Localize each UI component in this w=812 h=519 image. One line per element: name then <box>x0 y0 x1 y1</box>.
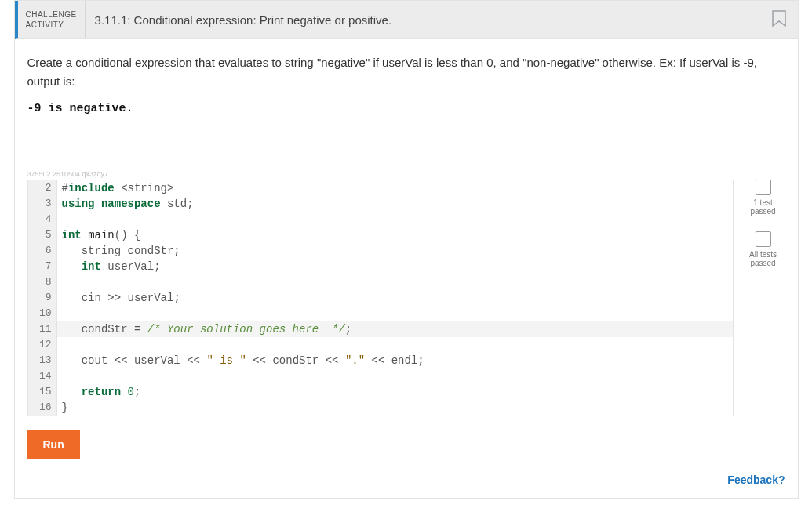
code-line[interactable]: 5int main() { <box>28 227 733 243</box>
code-line[interactable]: 4 <box>28 212 733 227</box>
line-number: 16 <box>28 400 57 416</box>
code-content[interactable]: } <box>57 400 733 416</box>
code-content[interactable]: return 0; <box>57 384 733 400</box>
badge-line1: CHALLENGE <box>26 9 77 20</box>
code-line[interactable]: 10 <box>28 306 733 321</box>
one-test-checkbox-icon <box>756 180 771 195</box>
line-number: 10 <box>28 306 57 321</box>
instructions-text: Create a conditional expression that eva… <box>27 53 765 91</box>
code-content[interactable] <box>57 306 733 321</box>
code-line[interactable]: 2#include <string> <box>28 180 733 196</box>
code-content[interactable]: int main() { <box>57 227 733 243</box>
example-output: -9 is negative. <box>27 102 785 115</box>
line-number: 9 <box>28 290 57 306</box>
card-body: Create a conditional expression that eva… <box>15 39 798 498</box>
code-content[interactable]: int userVal; <box>57 259 733 274</box>
line-number: 4 <box>28 212 57 227</box>
code-line[interactable]: 16} <box>28 400 733 416</box>
code-content[interactable]: condStr = /* Your solution goes here */; <box>57 321 733 337</box>
code-content[interactable]: string condStr; <box>57 243 733 259</box>
code-content[interactable] <box>57 337 733 353</box>
line-number: 11 <box>28 321 57 337</box>
code-editor[interactable]: 2#include <string>3using namespace std;4… <box>27 180 734 416</box>
code-line[interactable]: 14 <box>28 368 733 384</box>
test-status-panel: 1 test passed All tests passed <box>741 180 785 283</box>
code-line[interactable]: 12 <box>28 337 733 353</box>
line-number: 5 <box>28 227 57 243</box>
code-line[interactable]: 13 cout << userVal << " is " << condStr … <box>28 353 733 368</box>
line-number: 2 <box>28 180 57 196</box>
code-content[interactable] <box>57 368 733 384</box>
one-test-label1: 1 test <box>741 198 785 207</box>
one-test-label2: passed <box>741 207 785 216</box>
editor-area: 2#include <string>3using namespace std;4… <box>27 180 785 416</box>
feedback-area: Feedback? <box>27 473 785 487</box>
code-content[interactable]: #include <string> <box>57 180 733 196</box>
line-number: 13 <box>28 353 57 368</box>
code-line[interactable]: 15 return 0; <box>28 384 733 400</box>
line-number: 12 <box>28 337 57 353</box>
code-content[interactable] <box>57 274 733 290</box>
challenge-badge: CHALLENGE ACTIVITY <box>18 1 86 38</box>
all-tests-label1: All tests <box>741 250 785 259</box>
code-content[interactable] <box>57 212 733 227</box>
code-line[interactable]: 8 <box>28 274 733 290</box>
bookmark-icon <box>771 10 787 29</box>
code-line[interactable]: 6 string condStr; <box>28 243 733 259</box>
all-tests-label2: passed <box>741 259 785 267</box>
badge-line2: ACTIVITY <box>26 20 77 30</box>
all-tests-checkbox-icon <box>756 231 771 247</box>
line-number: 14 <box>28 368 57 384</box>
run-button[interactable]: Run <box>27 430 80 459</box>
line-number: 3 <box>28 196 57 212</box>
all-tests-status: All tests passed <box>741 231 785 267</box>
line-number: 15 <box>28 384 57 400</box>
line-number: 6 <box>28 243 57 259</box>
feedback-link[interactable]: Feedback? <box>727 474 785 486</box>
code-line[interactable]: 3using namespace std; <box>28 196 733 212</box>
challenge-title: 3.11.1: Conditional expression: Print ne… <box>86 1 760 38</box>
card-header: CHALLENGE ACTIVITY 3.11.1: Conditional e… <box>15 1 798 39</box>
code-line[interactable]: 7 int userVal; <box>28 259 733 274</box>
one-test-status: 1 test passed <box>741 180 785 216</box>
challenge-card: CHALLENGE ACTIVITY 3.11.1: Conditional e… <box>14 0 799 499</box>
code-content[interactable]: cin >> userVal; <box>57 290 733 306</box>
bookmark-button[interactable] <box>760 1 798 38</box>
line-number: 7 <box>28 259 57 274</box>
code-line[interactable]: 11 condStr = /* Your solution goes here … <box>28 321 733 337</box>
watermark: 375502.2510504.qx3zqy7 <box>27 170 785 178</box>
line-number: 8 <box>28 274 57 290</box>
code-content[interactable]: using namespace std; <box>57 196 733 212</box>
code-line[interactable]: 9 cin >> userVal; <box>28 290 733 306</box>
code-content[interactable]: cout << userVal << " is " << condStr << … <box>57 353 733 368</box>
